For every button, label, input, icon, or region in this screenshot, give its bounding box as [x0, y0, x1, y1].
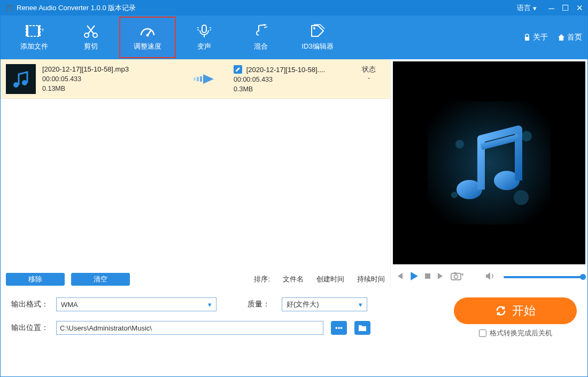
svg-point-17	[455, 140, 464, 148]
sort-by-name[interactable]: 文件名	[283, 274, 304, 284]
dest-size: 0.3MB	[234, 85, 353, 93]
sort-label: 排序:	[254, 274, 270, 284]
player-controls: ▾	[393, 264, 585, 287]
svg-rect-14	[197, 77, 199, 81]
lock-icon	[523, 34, 531, 41]
app-title: Renee Audio Converter 1.0.0 版本记录	[17, 3, 136, 13]
quality-combo[interactable]: 好(文件大) ▾	[282, 297, 367, 311]
language-label: 语言	[517, 3, 531, 13]
svg-rect-16	[428, 101, 551, 224]
svg-rect-10	[525, 37, 529, 41]
output-location-input[interactable]: C:\Users\Administrator\Music\	[56, 321, 323, 335]
svg-rect-13	[194, 77, 196, 81]
svg-point-7	[146, 34, 149, 37]
output-format-label: 输出格式：	[11, 300, 49, 309]
file-list: [2020-12-17][15-10-58].mp3 00:00:05.433 …	[1, 59, 391, 289]
maximize-button[interactable]: ☐	[562, 3, 569, 13]
home-icon	[558, 34, 565, 41]
language-selector[interactable]: 语言 ▾	[517, 3, 537, 13]
source-file-name: [2020-12-17][15-10-58].mp3	[42, 65, 181, 73]
music-note-icon	[253, 23, 268, 38]
volume-slider[interactable]	[504, 276, 583, 278]
title-bar: 🎵 Renee Audio Converter 1.0.0 版本记录 语言 ▾ …	[1, 1, 587, 15]
start-button-label: 开始	[512, 303, 536, 319]
shutdown-label: 格式转换完成后关机	[490, 328, 552, 338]
svg-point-18	[521, 131, 532, 142]
edit-icon[interactable]	[234, 65, 242, 74]
file-thumbnail	[6, 64, 36, 94]
toolbar-cut-label: 剪切	[84, 42, 98, 51]
svg-rect-8	[202, 25, 206, 33]
toolbar-add-file-label: 添加文件	[20, 42, 48, 51]
output-location-value: C:\Users\Administrator\Music\	[60, 324, 152, 332]
microphone-icon	[196, 23, 212, 38]
gauge-icon	[139, 23, 156, 38]
main-toolbar: +▾ 添加文件 剪切 调整速度 变声 混合 ID3编辑器 关于 首页	[1, 15, 587, 59]
svg-point-19	[514, 190, 529, 205]
toolbar-voice[interactable]: 变声	[176, 17, 233, 58]
stop-button[interactable]	[424, 272, 431, 282]
output-settings: 输出格式： WMA ▾ 质量： 好(文件大) ▾ 输出位置： C:\Users\…	[1, 289, 587, 343]
refresh-icon	[495, 305, 507, 317]
file-row[interactable]: [2020-12-17][15-10-58].mp3 00:00:05.433 …	[1, 59, 390, 99]
remove-button[interactable]: 移除	[6, 273, 65, 286]
prev-button[interactable]	[395, 272, 404, 282]
next-button[interactable]	[437, 272, 445, 282]
close-button[interactable]: ✕	[576, 3, 583, 13]
sort-by-duration[interactable]: 持续时间	[357, 274, 385, 284]
toolbar-id3-label: ID3编辑器	[301, 42, 333, 51]
toolbar-voice-label: 变声	[197, 42, 211, 51]
shutdown-checkbox[interactable]: 格式转换完成后关机	[479, 328, 552, 338]
svg-rect-15	[200, 76, 202, 82]
home-link[interactable]: 首页	[558, 33, 582, 42]
shutdown-checkbox-input[interactable]	[479, 329, 486, 337]
snapshot-button[interactable]: ▾	[451, 272, 464, 282]
play-button[interactable]	[409, 271, 419, 283]
toolbar-speed-label: 调整速度	[134, 42, 161, 51]
tags-icon	[310, 23, 326, 38]
sort-by-created[interactable]: 创建时间	[316, 274, 344, 284]
about-link[interactable]: 关于	[523, 33, 548, 42]
content-area: [2020-12-17][15-10-58].mp3 00:00:05.433 …	[1, 59, 587, 289]
svg-rect-23	[425, 273, 430, 279]
output-format-value: WMA	[61, 301, 78, 309]
scissors-icon	[83, 23, 99, 38]
svg-point-25	[454, 275, 458, 279]
home-label: 首页	[567, 33, 582, 42]
minimize-button[interactable]: ─	[548, 4, 554, 13]
toolbar-cut[interactable]: 剪切	[63, 17, 119, 58]
svg-rect-2	[38, 26, 40, 36]
output-location-label: 输出位置：	[11, 323, 49, 333]
toolbar-add-file[interactable]: +▾ 添加文件	[6, 17, 63, 58]
volume-icon[interactable]	[485, 272, 495, 282]
svg-text:+▾: +▾	[41, 26, 43, 34]
list-action-bar: 移除 清空 排序: 文件名 创建时间 持续时间	[1, 270, 390, 289]
svg-rect-26	[454, 272, 457, 274]
svg-point-9	[313, 27, 315, 29]
app-logo-icon: 🎵	[5, 4, 13, 12]
chevron-down-icon: ▾	[359, 301, 362, 309]
quality-label: 质量：	[247, 300, 274, 309]
filmstrip-plus-icon: +▾	[25, 23, 43, 38]
source-size: 0.13MB	[42, 85, 181, 92]
preview-screen	[393, 61, 585, 264]
arrow-icon	[189, 65, 223, 93]
dest-duration: 00:00:05.433	[234, 76, 353, 83]
dest-file-name: [2020-12-17][15-10-58]....	[234, 65, 353, 74]
toolbar-speed[interactable]: 调整速度	[119, 17, 176, 58]
toolbar-id3[interactable]: ID3编辑器	[289, 17, 346, 58]
more-options-button[interactable]: •••	[331, 321, 347, 335]
chevron-down-icon: ▾	[208, 301, 212, 309]
svg-point-20	[451, 192, 458, 198]
output-format-combo[interactable]: WMA ▾	[56, 297, 216, 311]
svg-rect-1	[26, 26, 28, 36]
toolbar-mix[interactable]: 混合	[233, 17, 289, 58]
browse-folder-button[interactable]	[354, 321, 370, 335]
preview-artwork-icon	[428, 101, 551, 224]
toolbar-mix-label: 混合	[254, 42, 268, 51]
source-duration: 00:00:05.433	[42, 75, 181, 83]
status-value: -	[353, 74, 385, 82]
status-header: 状态	[353, 65, 385, 74]
clear-button[interactable]: 清空	[71, 273, 130, 286]
start-button[interactable]: 开始	[454, 297, 577, 324]
